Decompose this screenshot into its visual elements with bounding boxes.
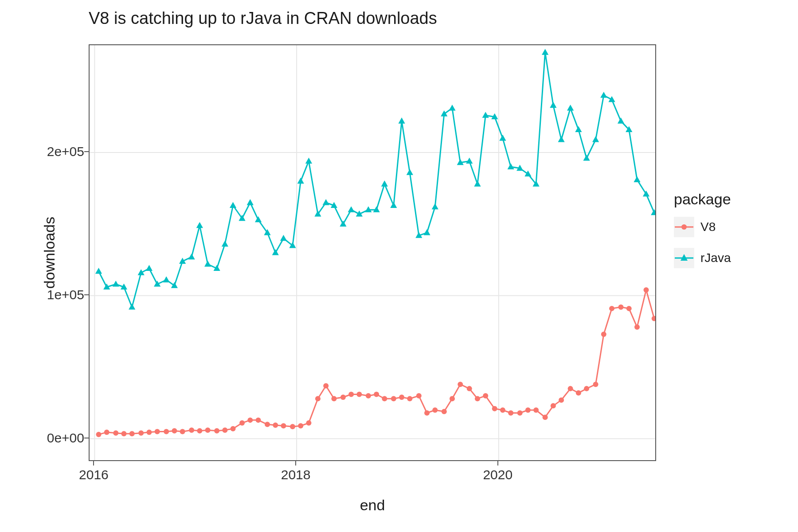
svg-marker-8: [113, 281, 119, 287]
svg-marker-48: [449, 105, 455, 111]
legend-label-rjava: rJava: [700, 251, 731, 265]
x-axis-title: end: [360, 497, 385, 514]
svg-marker-64: [583, 155, 590, 161]
svg-marker-6: [95, 268, 102, 274]
svg-marker-31: [305, 157, 312, 164]
svg-marker-41: [390, 202, 397, 208]
svg-point-90: [239, 420, 245, 426]
y-tick-label: 0e+00: [4, 430, 84, 446]
legend-item-rjava: rJava: [674, 248, 731, 268]
svg-marker-36: [348, 206, 355, 212]
svg-point-128: [559, 397, 564, 403]
circle-marker-icon: [681, 224, 687, 230]
svg-point-106: [374, 392, 379, 397]
svg-point-79: [146, 430, 152, 435]
svg-marker-47: [441, 110, 447, 117]
svg-marker-12: [146, 265, 153, 271]
svg-marker-15: [171, 282, 178, 288]
svg-point-114: [442, 409, 447, 414]
svg-marker-28: [280, 235, 287, 241]
svg-point-104: [356, 392, 362, 397]
svg-point-110: [407, 396, 412, 401]
svg-marker-25: [255, 216, 262, 223]
svg-point-107: [382, 396, 387, 401]
svg-marker-51: [474, 180, 481, 187]
svg-point-84: [189, 427, 194, 433]
svg-point-77: [129, 431, 135, 436]
svg-point-83: [180, 429, 185, 434]
svg-point-108: [391, 396, 396, 401]
svg-point-87: [214, 428, 219, 434]
svg-point-112: [424, 410, 430, 415]
svg-point-116: [458, 382, 463, 387]
svg-point-86: [205, 427, 211, 433]
svg-point-97: [298, 423, 303, 429]
svg-point-88: [222, 427, 227, 433]
svg-marker-30: [297, 178, 304, 184]
svg-point-99: [315, 396, 321, 401]
svg-marker-21: [222, 241, 228, 247]
legend-swatch-rjava: [674, 248, 694, 268]
y-tick-label: 1e+05: [4, 287, 84, 302]
svg-point-94: [273, 422, 278, 428]
y-axis-title: downloads: [41, 217, 58, 289]
svg-point-82: [172, 428, 177, 434]
svg-point-98: [306, 420, 311, 426]
svg-marker-33: [323, 199, 329, 205]
svg-point-134: [609, 306, 614, 311]
svg-marker-17: [188, 254, 195, 260]
x-tick-label: 2018: [281, 467, 311, 482]
chart-root: V8 is catching up to rJava in CRAN downl…: [0, 0, 798, 532]
svg-point-109: [399, 395, 404, 400]
svg-marker-62: [567, 105, 574, 111]
svg-point-122: [508, 410, 513, 415]
svg-point-101: [331, 396, 336, 401]
legend-item-v8: V8: [674, 217, 731, 237]
svg-point-74: [104, 430, 110, 435]
legend-title: package: [674, 191, 731, 208]
svg-point-89: [231, 426, 236, 431]
plot-svg: [90, 45, 655, 460]
svg-marker-63: [575, 126, 582, 132]
svg-point-133: [601, 332, 606, 337]
legend-label-v8: V8: [700, 220, 716, 234]
svg-marker-61: [558, 136, 564, 142]
svg-point-118: [475, 396, 480, 401]
svg-marker-59: [542, 49, 548, 55]
x-tick-label: 2016: [79, 467, 109, 482]
svg-marker-54: [499, 135, 506, 141]
svg-marker-22: [230, 202, 236, 208]
plot-area: [89, 44, 656, 461]
legend: package V8 rJava: [674, 191, 731, 279]
svg-point-121: [500, 407, 505, 413]
svg-point-132: [593, 382, 598, 387]
svg-marker-40: [381, 180, 388, 187]
svg-marker-66: [600, 92, 607, 98]
series-rjava: [95, 49, 655, 309]
svg-point-136: [626, 306, 632, 311]
svg-point-130: [576, 390, 581, 395]
svg-marker-50: [466, 157, 473, 164]
svg-marker-60: [550, 102, 556, 108]
svg-point-81: [164, 429, 169, 434]
svg-marker-42: [398, 117, 405, 124]
svg-marker-18: [196, 222, 203, 228]
svg-marker-46: [432, 203, 438, 210]
svg-point-80: [155, 429, 160, 434]
svg-point-115: [450, 396, 455, 401]
y-tick-label: 2e+05: [4, 144, 84, 159]
svg-marker-10: [129, 304, 135, 310]
svg-point-117: [467, 386, 472, 391]
svg-marker-24: [247, 199, 254, 205]
svg-point-78: [138, 430, 144, 436]
svg-point-105: [366, 393, 371, 399]
svg-point-100: [323, 383, 329, 388]
legend-swatch-v8: [674, 217, 694, 237]
svg-point-85: [197, 428, 202, 434]
svg-point-119: [483, 393, 488, 399]
svg-marker-52: [482, 112, 489, 118]
x-tick-label: 2020: [483, 467, 512, 482]
svg-point-123: [517, 410, 523, 415]
svg-point-127: [551, 403, 556, 408]
svg-point-75: [113, 430, 118, 436]
